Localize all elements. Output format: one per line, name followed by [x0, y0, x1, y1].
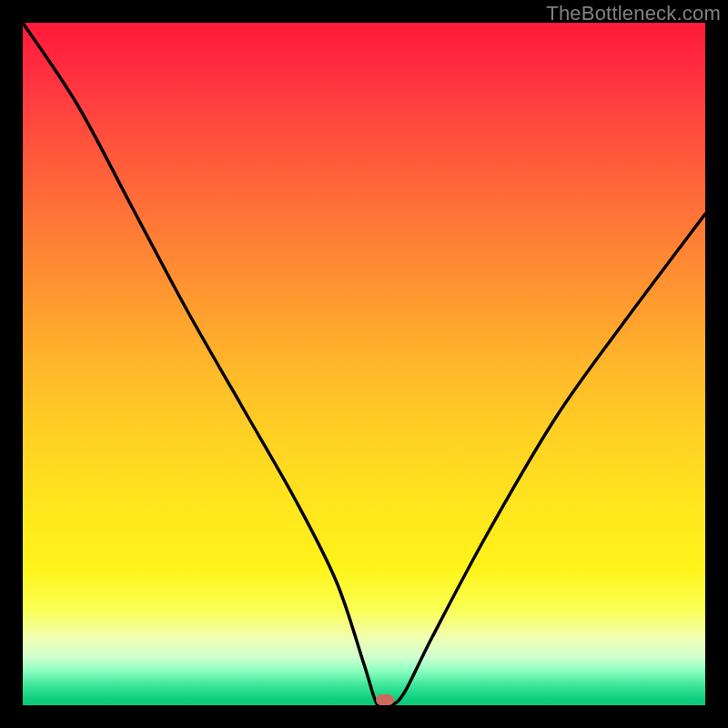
chart-frame: TheBottleneck.com — [0, 0, 728, 728]
curve-path — [23, 23, 705, 705]
bottleneck-curve — [23, 23, 705, 705]
watermark-text: TheBottleneck.com — [546, 2, 721, 25]
optimal-marker — [376, 694, 394, 705]
plot-area — [23, 23, 705, 705]
